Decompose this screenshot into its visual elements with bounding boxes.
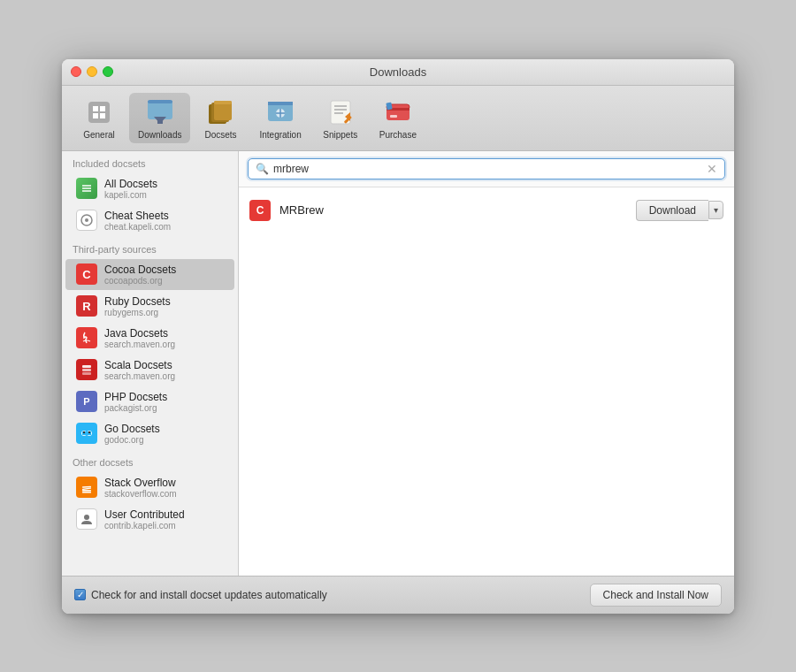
- svg-rect-37: [82, 372, 91, 375]
- mrbrew-icon: C: [249, 200, 271, 221]
- stackoverflow-text: Stack Overflow stackoverflow.com: [104, 477, 177, 499]
- toolbar-item-integration[interactable]: Integration: [250, 93, 310, 143]
- search-bar: 🔍 ✕: [239, 151, 734, 187]
- svg-rect-2: [100, 106, 105, 111]
- scala-text: Scala Docsets search.maven.org: [104, 359, 175, 381]
- sidebar: Included docsets All Docsets kapeli.com: [62, 151, 239, 576]
- svg-rect-36: [82, 369, 91, 371]
- usercontrib-text: User Contributed contrib.kapeli.com: [104, 508, 185, 531]
- svg-rect-28: [390, 115, 397, 118]
- results-list: C MRBrew Download ▾: [239, 187, 734, 576]
- maximize-button[interactable]: [103, 66, 113, 77]
- traffic-lights: [71, 66, 113, 77]
- alldocsets-text: All Docsets kapeli.com: [104, 178, 157, 200]
- toolbar: General Downloads: [62, 86, 734, 151]
- sidebar-item-php[interactable]: P PHP Docsets packagist.org: [65, 386, 234, 417]
- sidebar-item-stackoverflow[interactable]: Stack Overflow stackoverflow.com: [65, 472, 234, 503]
- alldocsets-icon: [76, 178, 97, 199]
- svg-rect-12: [214, 101, 232, 104]
- sidebar-section-other: Other docsets: [62, 450, 238, 471]
- toolbar-item-docsets[interactable]: Docsets: [194, 93, 247, 143]
- stackoverflow-icon: [76, 477, 97, 498]
- minimize-button[interactable]: [87, 66, 97, 77]
- close-button[interactable]: [71, 66, 81, 77]
- usercontrib-icon: [76, 508, 97, 530]
- svg-point-42: [88, 431, 90, 433]
- svg-point-34: [85, 218, 88, 222]
- sidebar-item-cheatsheets[interactable]: Cheat Sheets cheat.kapeli.com: [65, 205, 234, 236]
- svg-rect-0: [88, 102, 110, 123]
- sidebar-item-go[interactable]: Go Docsets godoc.org: [65, 418, 234, 449]
- search-input-wrap[interactable]: 🔍 ✕: [248, 158, 725, 179]
- toolbar-label-docsets: Docsets: [204, 130, 236, 140]
- docsets-icon: [204, 96, 236, 128]
- svg-rect-46: [82, 492, 91, 493]
- svg-point-41: [83, 431, 85, 433]
- sidebar-item-cocoa[interactable]: C Cocoa Docsets cocoapods.org: [65, 259, 234, 290]
- cocoa-icon: C: [76, 263, 97, 285]
- window-title: Downloads: [370, 65, 426, 79]
- svg-rect-45: [82, 490, 91, 492]
- scala-icon: [76, 359, 97, 380]
- download-button-group: Download ▾: [636, 200, 723, 221]
- footer: ✓ Check for and install docset updates a…: [62, 576, 734, 614]
- svg-rect-1: [93, 106, 98, 111]
- toolbar-label-integration: Integration: [259, 130, 301, 140]
- toolbar-label-purchase: Purchase: [379, 130, 417, 140]
- result-item-mrbrew: C MRBrew Download ▾: [239, 193, 734, 228]
- svg-rect-6: [148, 100, 172, 103]
- sidebar-section-included: Included docsets: [62, 151, 238, 172]
- svg-rect-14: [268, 102, 293, 105]
- sidebar-item-ruby[interactable]: R Ruby Docsets rubygems.org: [65, 291, 234, 322]
- check-install-button[interactable]: Check and Install Now: [590, 584, 722, 607]
- go-icon: [76, 423, 97, 444]
- downloads-icon: [144, 96, 176, 128]
- toolbar-item-snippets[interactable]: Snippets: [314, 93, 367, 143]
- java-icon: [76, 327, 97, 348]
- toolbar-item-purchase[interactable]: Purchase: [371, 93, 425, 143]
- footer-left: ✓ Check for and install docset updates a…: [74, 589, 327, 601]
- toolbar-item-general[interactable]: General: [73, 93, 126, 143]
- go-text: Go Docsets godoc.org: [104, 423, 160, 445]
- ruby-icon: R: [76, 295, 97, 317]
- cheatsheets-icon: [76, 210, 97, 231]
- general-icon: [83, 96, 115, 128]
- svg-rect-8: [157, 117, 163, 124]
- search-icon: 🔍: [256, 163, 269, 175]
- titlebar: Downloads: [62, 59, 734, 86]
- toolbar-label-downloads: Downloads: [138, 130, 181, 140]
- sidebar-item-java[interactable]: Java Docsets search.maven.org: [65, 323, 234, 354]
- php-icon: P: [76, 391, 97, 412]
- search-input[interactable]: [273, 163, 707, 175]
- svg-point-47: [84, 515, 89, 520]
- ruby-text: Ruby Docsets rubygems.org: [104, 295, 171, 317]
- download-button[interactable]: Download: [636, 200, 708, 221]
- svg-rect-3: [93, 113, 98, 118]
- content-area: Included docsets All Docsets kapeli.com: [62, 151, 734, 576]
- result-name-mrbrew: MRBrew: [279, 203, 636, 217]
- php-text: PHP Docsets packagist.org: [104, 391, 167, 413]
- download-dropdown-arrow[interactable]: ▾: [708, 201, 723, 219]
- toolbar-label-snippets: Snippets: [323, 130, 357, 140]
- sidebar-item-usercontrib[interactable]: User Contributed contrib.kapeli.com: [65, 504, 234, 535]
- auto-update-label: Check for and install docset updates aut…: [91, 589, 327, 601]
- sidebar-section-thirdparty: Third-party sources: [62, 237, 238, 258]
- svg-rect-35: [82, 365, 91, 368]
- sidebar-item-scala[interactable]: Scala Docsets search.maven.org: [65, 355, 234, 386]
- cheatsheets-text: Cheat Sheets cheat.kapeli.com: [104, 210, 171, 232]
- toolbar-label-general: General: [83, 130, 115, 140]
- cocoa-text: Cocoa Docsets cocoapods.org: [104, 263, 176, 286]
- java-text: Java Docsets search.maven.org: [104, 327, 175, 349]
- app-window: Downloads General: [62, 59, 734, 614]
- svg-rect-4: [100, 113, 105, 118]
- sidebar-item-alldocsets[interactable]: All Docsets kapeli.com: [65, 173, 234, 204]
- purchase-icon: [382, 96, 414, 128]
- toolbar-item-downloads[interactable]: Downloads: [129, 93, 190, 143]
- integration-icon: [264, 96, 296, 128]
- auto-update-checkbox[interactable]: ✓: [74, 589, 86, 600]
- snippets-icon: [325, 96, 356, 128]
- main-panel: 🔍 ✕ C MRBrew Download ▾: [239, 151, 734, 576]
- checkbox-wrap[interactable]: ✓ Check for and install docset updates a…: [74, 589, 327, 601]
- search-clear-button[interactable]: ✕: [707, 162, 717, 176]
